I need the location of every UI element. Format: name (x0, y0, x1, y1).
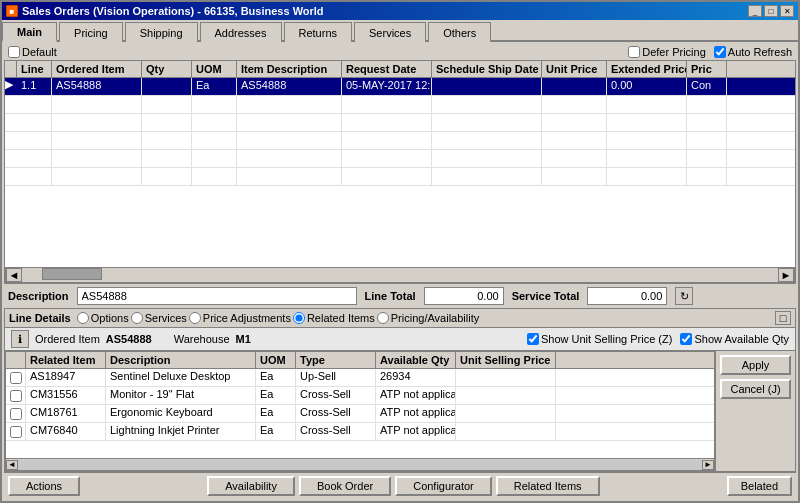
tab-shipping[interactable]: Shipping (125, 22, 198, 42)
cell-desc[interactable]: Monitor - 19" Flat (106, 387, 256, 404)
minimize-btn[interactable]: _ (748, 5, 762, 17)
table-row[interactable] (5, 114, 795, 132)
show-unit-label[interactable]: Show Unit Selling Price (Z) (527, 333, 672, 345)
radio-services[interactable]: Services (131, 312, 187, 324)
default-checkbox-label[interactable]: Default (8, 46, 57, 58)
cell-item[interactable]: AS54888 (52, 78, 142, 95)
default-checkbox[interactable] (8, 46, 20, 58)
detail-scroll-track[interactable] (18, 460, 702, 470)
cell-unit[interactable] (456, 369, 556, 386)
tab-main[interactable]: Main (2, 22, 57, 42)
show-avail-label[interactable]: Show Available Qty (680, 333, 789, 345)
cell-uom[interactable]: Ea (256, 405, 296, 422)
cell-uom[interactable]: Ea (256, 387, 296, 404)
row-check[interactable] (6, 369, 26, 386)
related-items-button[interactable]: Related Items (496, 476, 600, 496)
table-row[interactable]: ▶ 1.1 AS54888 Ea AS54888 05-MAY-2017 12:… (5, 78, 795, 96)
cell-desc[interactable]: Sentinel Deluxe Desktop (106, 369, 256, 386)
radio-related-items[interactable]: Related Items (293, 312, 375, 324)
cell-unit[interactable] (542, 96, 607, 113)
tab-pricing[interactable]: Pricing (59, 22, 123, 42)
cell-ri[interactable]: CM31556 (26, 387, 106, 404)
cell-type[interactable]: Cross-Sell (296, 423, 376, 440)
cell-qty[interactable] (142, 78, 192, 95)
list-item[interactable]: AS18947 Sentinel Deluxe Desktop Ea Up-Se… (6, 369, 714, 387)
tab-returns[interactable]: Returns (284, 22, 353, 42)
cell-type[interactable]: Up-Sell (296, 369, 376, 386)
cell-ext[interactable]: 0.00 (607, 78, 687, 95)
cell-unit[interactable] (456, 423, 556, 440)
cell-ri[interactable]: AS18947 (26, 369, 106, 386)
row-check[interactable] (6, 423, 26, 440)
actions-button[interactable]: Actions (8, 476, 80, 496)
detail-h-scrollbar[interactable]: ◄ ► (6, 458, 714, 470)
list-item[interactable]: CM31556 Monitor - 19" Flat Ea Cross-Sell… (6, 387, 714, 405)
cell-unit[interactable] (542, 78, 607, 95)
cell-uom[interactable]: Ea (256, 423, 296, 440)
cell-qty[interactable]: 26934 (376, 369, 456, 386)
description-field[interactable] (77, 287, 357, 305)
cell-pric[interactable] (687, 96, 727, 113)
cell-desc[interactable]: Lightning Inkjet Printer (106, 423, 256, 440)
scroll-thumb[interactable] (42, 268, 102, 280)
cell-desc[interactable]: Ergonomic Keyboard (106, 405, 256, 422)
h-scrollbar[interactable]: ◄ ► (5, 267, 795, 283)
cell-desc[interactable]: AS54888 (237, 78, 342, 95)
cell-item[interactable] (52, 96, 142, 113)
cell-unit[interactable] (456, 387, 556, 404)
cell-ext[interactable] (607, 96, 687, 113)
cell-unit[interactable] (456, 405, 556, 422)
cell-type[interactable]: Cross-Sell (296, 387, 376, 404)
radio-options[interactable]: Options (77, 312, 129, 324)
cell-uom[interactable]: Ea (192, 78, 237, 95)
line-total-field[interactable] (424, 287, 504, 305)
radio-price-adj[interactable]: Price Adjustments (189, 312, 291, 324)
cell-ship[interactable] (432, 78, 542, 95)
book-order-button[interactable]: Book Order (299, 476, 391, 496)
table-row[interactable] (5, 150, 795, 168)
auto-refresh-checkbox[interactable] (714, 46, 726, 58)
cell-ship[interactable] (432, 96, 542, 113)
list-item[interactable]: CM18761 Ergonomic Keyboard Ea Cross-Sell… (6, 405, 714, 423)
cell-qty[interactable]: ATP not applica (376, 423, 456, 440)
radio-pricing-avail[interactable]: Pricing/Availability (377, 312, 479, 324)
scroll-left-btn[interactable]: ◄ (6, 268, 22, 282)
tab-addresses[interactable]: Addresses (200, 22, 282, 42)
show-avail-checkbox[interactable] (680, 333, 692, 345)
tab-services[interactable]: Services (354, 22, 426, 42)
detail-grid-body[interactable]: AS18947 Sentinel Deluxe Desktop Ea Up-Se… (6, 369, 714, 458)
info-icon[interactable]: ℹ (11, 330, 29, 348)
cell-uom[interactable] (192, 96, 237, 113)
detail-scroll-left[interactable]: ◄ (6, 460, 18, 470)
row-check[interactable] (6, 405, 26, 422)
row-check[interactable] (6, 387, 26, 404)
service-total-field[interactable] (587, 287, 667, 305)
maximize-btn[interactable]: □ (764, 5, 778, 17)
grid-body[interactable]: ▶ 1.1 AS54888 Ea AS54888 05-MAY-2017 12:… (5, 78, 795, 267)
cell-pric[interactable]: Con (687, 78, 727, 95)
availability-button[interactable]: Availability (207, 476, 295, 496)
table-row[interactable] (5, 168, 795, 186)
cell-line[interactable]: 1.1 (17, 78, 52, 95)
scroll-track[interactable] (22, 268, 778, 282)
list-item[interactable]: CM76840 Lightning Inkjet Printer Ea Cros… (6, 423, 714, 441)
cancel-button[interactable]: Cancel (J) (720, 379, 791, 399)
cell-qty[interactable]: ATP not applica (376, 405, 456, 422)
refresh-icon[interactable]: ↻ (675, 287, 693, 305)
auto-refresh-label[interactable]: Auto Refresh (714, 46, 792, 58)
cell-ri[interactable]: CM18761 (26, 405, 106, 422)
defer-pricing-label[interactable]: Defer Pricing (628, 46, 706, 58)
cell-req[interactable] (342, 96, 432, 113)
cell-ri[interactable]: CM76840 (26, 423, 106, 440)
cell-type[interactable]: Cross-Sell (296, 405, 376, 422)
cell-req[interactable]: 05-MAY-2017 12:57:1 (342, 78, 432, 95)
cell-qty[interactable] (142, 96, 192, 113)
show-unit-checkbox[interactable] (527, 333, 539, 345)
cell-desc[interactable] (237, 96, 342, 113)
belated-button[interactable]: Belated (727, 476, 792, 496)
table-row[interactable] (5, 96, 795, 114)
configurator-button[interactable]: Configurator (395, 476, 492, 496)
detail-scroll-right[interactable]: ► (702, 460, 714, 470)
cell-line[interactable] (17, 96, 52, 113)
cell-qty[interactable]: ATP not applica (376, 387, 456, 404)
